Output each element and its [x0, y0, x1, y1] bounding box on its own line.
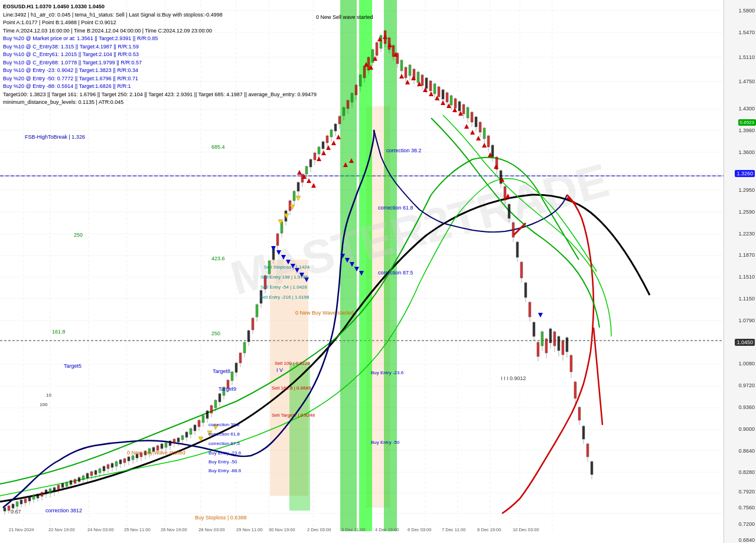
- price-1.2230: 1.2230: [738, 231, 755, 237]
- svg-rect-333: [582, 426, 585, 439]
- info-line-11: Buy %20 @ Entry -88: 0.5914 || Target:1.…: [3, 83, 317, 91]
- svg-rect-321: [558, 336, 560, 351]
- svg-text:2 Dec 03:00: 2 Dec 03:00: [307, 527, 331, 532]
- svg-rect-91: [82, 476, 84, 480]
- svg-rect-225: [359, 75, 361, 86]
- svg-text:100: 100: [40, 402, 48, 407]
- svg-rect-261: [434, 84, 436, 94]
- svg-rect-273: [458, 102, 461, 111]
- svg-rect-211: [330, 130, 333, 137]
- price-1.1150: 1.1150: [738, 296, 755, 302]
- svg-rect-303: [520, 262, 523, 278]
- svg-rect-137: [177, 438, 180, 442]
- svg-text:correction 38.2: correction 38.2: [208, 422, 240, 427]
- svg-rect-337: [591, 462, 593, 475]
- svg-text:0 New Buy Wave started: 0 New Buy Wave started: [127, 450, 185, 456]
- svg-rect-307: [529, 302, 531, 317]
- svg-rect-75: [49, 489, 51, 493]
- svg-rect-193: [293, 191, 295, 201]
- svg-text:I I I 0.9012: I I I 0.9012: [501, 375, 526, 381]
- svg-rect-215: [338, 116, 341, 124]
- svg-rect-99: [99, 469, 101, 473]
- price-1.4300: 1.4300: [738, 106, 755, 112]
- svg-text:Buy Stoploss | 0.6388: Buy Stoploss | 0.6388: [195, 515, 246, 521]
- price-0.7560: 0.7560: [738, 505, 755, 511]
- chart-container: EOSUSD.H1 1.0370 1.0450 1.0330 1.0450 Li…: [0, 0, 756, 543]
- svg-text:10 Dec 03:00: 10 Dec 03:00: [513, 527, 539, 532]
- svg-text:423.6: 423.6: [211, 256, 225, 261]
- svg-rect-257: [425, 78, 428, 89]
- svg-rect-105: [111, 463, 113, 467]
- svg-rect-245: [400, 60, 403, 71]
- svg-rect-133: [169, 441, 171, 446]
- price-1.0450: 1.0450: [735, 339, 755, 345]
- svg-rect-217: [343, 107, 345, 116]
- svg-rect-167: [239, 353, 242, 363]
- svg-text:29 Nov 11:00: 29 Nov 11:00: [236, 527, 263, 532]
- svg-rect-139: [181, 436, 184, 440]
- price-axis: 1.5800 1.5470 1.5110 1.4750 1.4300 1.396…: [724, 0, 756, 543]
- info-line-4: Time A:2024.12.03 16:00:00 | Time B:2024…: [3, 27, 317, 35]
- info-line-2: Line:3492 | h1_atr_c0: 0.045 | tema_h1_s…: [3, 11, 317, 19]
- svg-rect-315: [545, 339, 548, 353]
- svg-text:Sell Entry -54 | 1.0428: Sell Entry -54 | 1.0428: [260, 284, 308, 290]
- svg-text:Sell 161.8 | 0.8689: Sell 161.8 | 0.8689: [272, 385, 311, 391]
- price-1.5470: 1.5470: [738, 30, 755, 35]
- svg-rect-199: [305, 166, 308, 174]
- svg-rect-203: [314, 153, 316, 160]
- svg-rect-69: [37, 494, 39, 498]
- svg-text:7 Dec 11:00: 7 Dec 11:00: [442, 527, 465, 532]
- svg-rect-169: [243, 342, 246, 353]
- svg-text:30 Nov 19:00: 30 Nov 19:00: [269, 527, 295, 532]
- price-1.5800: 1.5800: [738, 8, 755, 14]
- svg-rect-283: [479, 122, 481, 132]
- svg-rect-263: [438, 87, 440, 97]
- svg-text:Sell 100 | 0.9228: Sell 100 | 0.9228: [275, 361, 310, 366]
- price-0.7200: 0.7200: [738, 521, 755, 527]
- svg-rect-241: [392, 45, 395, 57]
- svg-rect-111: [123, 459, 126, 463]
- svg-rect-275: [462, 104, 465, 114]
- svg-rect-149: [202, 416, 204, 423]
- price-1.0790: 1.0790: [738, 318, 755, 323]
- svg-rect-107: [115, 462, 118, 466]
- svg-text:8 Dec 19:00: 8 Dec 19:00: [477, 527, 501, 532]
- info-line-12: Target100: 1.3823 || Target 161: 1.6796 …: [3, 91, 317, 99]
- svg-rect-279: [471, 112, 473, 122]
- svg-rect-153: [210, 405, 213, 413]
- svg-rect-79: [57, 485, 60, 489]
- svg-rect-83: [66, 482, 68, 486]
- price-1.1870: 1.1870: [738, 252, 755, 258]
- svg-text:Buy Entry -23.6: Buy Entry -23.6: [208, 450, 242, 456]
- svg-rect-143: [190, 428, 192, 434]
- info-line-3: Point A:1.0177 | Point B:1.4988 | Point …: [3, 19, 317, 27]
- svg-text:I V: I V: [276, 367, 283, 373]
- svg-text:685.4: 685.4: [211, 144, 225, 150]
- svg-rect-227: [363, 66, 366, 78]
- price-1.2950: 1.2950: [738, 187, 755, 193]
- svg-rect-319: [553, 332, 556, 346]
- svg-rect-209: [326, 136, 328, 143]
- price-0.8280: 0.8280: [738, 469, 755, 475]
- svg-rect-171: [247, 331, 250, 342]
- svg-rect-97: [94, 470, 97, 475]
- svg-rect-185: [276, 234, 279, 246]
- svg-text:161.8: 161.8: [52, 329, 66, 335]
- svg-text:4 Dec 19:00: 4 Dec 19:00: [375, 527, 399, 532]
- svg-rect-65: [28, 497, 31, 501]
- price-0.9360: 0.9360: [738, 404, 755, 410]
- svg-text:FSB-HighToBreak | 1.326: FSB-HighToBreak | 1.326: [25, 134, 85, 140]
- svg-rect-277: [467, 107, 469, 118]
- svg-rect-155: [214, 400, 217, 408]
- svg-rect-325: [566, 338, 568, 352]
- svg-rect-131: [165, 443, 167, 447]
- info-line-9: Buy %10 @ Entry -23: 0.9042 || Target:1.…: [3, 67, 317, 75]
- svg-text:22 Nov 19:00: 22 Nov 19:00: [48, 527, 75, 532]
- svg-rect-329: [574, 382, 576, 398]
- svg-rect-151: [206, 411, 208, 418]
- price-1.3260: 1.3260: [735, 171, 755, 176]
- svg-rect-335: [586, 444, 589, 457]
- price-1.3960: 1.3960: [738, 127, 755, 133]
- svg-text:Sell Target2 | 0.8248: Sell Target2 | 0.8248: [272, 413, 315, 418]
- svg-text:Buy Entry -88.6: Buy Entry -88.6: [208, 468, 242, 473]
